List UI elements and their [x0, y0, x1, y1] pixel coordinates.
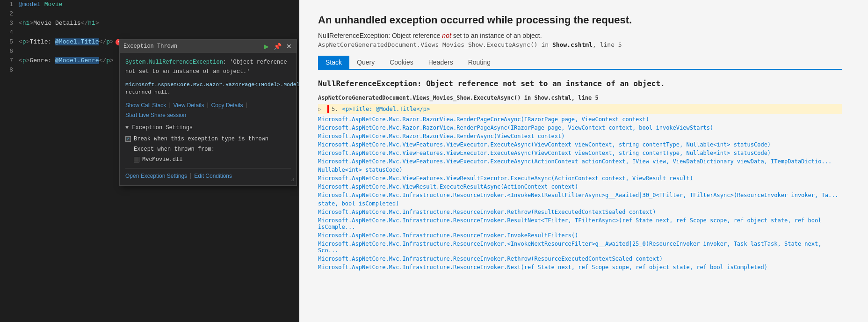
error-subheading: NullReferenceException: Object reference…: [318, 32, 842, 39]
resize-handle[interactable]: ⊿: [290, 175, 295, 184]
copy-details-link[interactable]: Copy Details: [211, 101, 243, 110]
code-line-2: 2: [0, 9, 299, 19]
error-type-text2: set to an instance of an object.: [451, 32, 542, 39]
stack-item: Microsoft.AspNetCore.Mvc.Infrastructure.…: [318, 231, 842, 240]
highlighted-code: <p>Title: @Model.Title</p>: [342, 106, 430, 112]
stack-item: Microsoft.AspNetCore.Mvc.ViewFeatures.Vi…: [318, 149, 842, 157]
stack-item: Microsoft.AspNetCore.Mvc.Infrastructure.…: [318, 255, 842, 263]
stack-item: Microsoft.AspNetCore.Mvc.Infrastructure.…: [318, 240, 842, 255]
stack-item: state, bool isCompleted): [318, 199, 842, 208]
error-source: AspNetCoreGeneratedDocument.Views_Movies…: [318, 41, 842, 48]
code-line-4: 4: [0, 28, 299, 37]
main-error-heading: An unhandled exception occurred while pr…: [318, 14, 842, 26]
exception-type-line: System.NullReferenceException: 'Object r…: [125, 58, 291, 76]
edit-conditions-link[interactable]: Edit Conditions: [194, 171, 232, 181]
error-line-indicator: [327, 105, 329, 113]
stack-item-highlighted: ▷ 5. <p>Title: @Model.Title</p>: [318, 104, 842, 114]
exception-detail: Microsoft.AspNetCore.Mvc.Razor.RazorPage…: [125, 81, 291, 96]
continue-button[interactable]: ▶: [263, 43, 270, 50]
mvc-checkbox[interactable]: [134, 157, 139, 162]
settings-title: ▼ Exception Settings: [125, 123, 291, 132]
tab-headers[interactable]: Headers: [421, 56, 461, 69]
stack-list: NullReferenceException: Object reference…: [318, 79, 842, 271]
close-button[interactable]: ✕: [285, 43, 293, 50]
popup-links: Show Call Stack | View Details | Copy De…: [125, 101, 291, 118]
exception-settings: ▼ Exception Settings ✓ Break when this e…: [125, 123, 291, 164]
mvc-dll-label: MvcMovie.dll: [142, 155, 182, 164]
tab-query[interactable]: Query: [349, 56, 382, 69]
mvc-movie-dll-row: MvcMovie.dll: [134, 155, 291, 164]
browser-panel: An unhandled exception occurred while pr…: [299, 0, 868, 322]
popup-title: Exception Thrown: [123, 42, 177, 51]
settings-title-text: Exception Settings: [132, 124, 193, 131]
break-label: Break when this exception type is thrown: [134, 134, 268, 144]
detail-result: returned null.: [125, 89, 171, 95]
code-line-1: 1 @model Movie: [0, 0, 299, 9]
browser-content: An unhandled exception occurred while pr…: [299, 0, 861, 285]
code-line-3: 3 <h1>Movie Details</h1>: [0, 19, 299, 28]
stack-exception-title: NullReferenceException: Object reference…: [318, 79, 842, 88]
code-editor: 1 @model Movie 2 3 <h1>Movie Details</h1…: [0, 0, 299, 322]
stack-exception-heading: NullReferenceException: Object reference…: [318, 79, 842, 88]
popup-body: System.NullReferenceException: 'Object r…: [120, 53, 297, 185]
stack-item: Microsoft.AspNetCore.Mvc.Infrastructure.…: [318, 216, 842, 231]
stack-item: Microsoft.AspNetCore.Mvc.Infrastructure.…: [318, 191, 842, 199]
popup-bottom-links: Open Exception Settings | Edit Condition…: [125, 168, 291, 181]
detail-method: Microsoft.AspNetCore.Mvc.Razor.RazorPage…: [125, 81, 299, 88]
stack-item: Microsoft.AspNetCore.Mvc.ViewResult.Exec…: [318, 183, 842, 191]
break-checkbox[interactable]: ✓: [125, 136, 131, 142]
not-keyword: not: [442, 32, 451, 39]
pin-button[interactable]: 📌: [273, 43, 282, 50]
stack-item: Microsoft.AspNetCore.Mvc.Razor.RazorView…: [318, 124, 842, 132]
stack-item: Microsoft.AspNetCore.Mvc.ViewFeatures.Vi…: [318, 157, 842, 166]
popup-titlebar-actions: ▶ 📌 ✕: [263, 43, 293, 50]
view-details-link[interactable]: View Details: [174, 101, 204, 110]
stack-item: AspNetCoreGeneratedDocument.Views_Movies…: [318, 94, 842, 102]
error-type-text: NullReferenceException: Object reference: [318, 32, 442, 39]
show-call-stack-link[interactable]: Show Call Stack: [125, 101, 166, 110]
exception-popup: Exception Thrown ▶ 📌 ✕ System.NullRefere…: [119, 39, 297, 186]
stack-item: Microsoft.AspNetCore.Mvc.Razor.RazorView…: [318, 132, 842, 140]
error-tabs: Stack Query Cookies Headers Routing: [318, 56, 842, 70]
stack-item: Microsoft.AspNetCore.Mvc.ViewFeatures.Vi…: [318, 140, 842, 149]
stack-item: Microsoft.AspNetCore.Mvc.Infrastructure.…: [318, 208, 842, 216]
exception-class: System.NullReferenceException: [125, 59, 223, 66]
stack-item: Nullable<int> statusCode): [318, 166, 842, 174]
open-exception-settings-link[interactable]: Open Exception Settings: [125, 171, 187, 181]
except-when-label: Except when thrown from:: [134, 145, 291, 154]
live-share-link[interactable]: Start Live Share session: [125, 112, 186, 118]
tab-routing[interactable]: Routing: [461, 56, 498, 69]
tab-stack[interactable]: Stack: [318, 56, 349, 69]
popup-titlebar: Exception Thrown ▶ 📌 ✕: [120, 40, 297, 53]
stack-item: Microsoft.AspNetCore.Mvc.ViewFeatures.Vi…: [318, 174, 842, 183]
break-when-thrown-row: ✓ Break when this exception type is thro…: [125, 134, 291, 144]
stack-item: Microsoft.AspNetCore.Mvc.Infrastructure.…: [318, 263, 842, 271]
stack-item: Microsoft.AspNetCore.Mvc.Razor.RazorView…: [318, 115, 842, 124]
tab-cookies[interactable]: Cookies: [382, 56, 421, 69]
